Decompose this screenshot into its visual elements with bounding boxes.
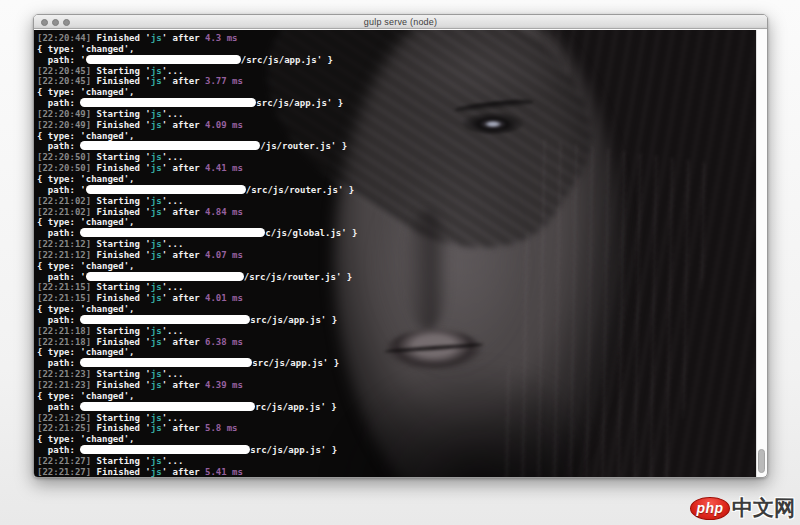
terminal-line: [22:21:12] Starting 'js'...: [37, 239, 756, 250]
terminal-text-segment: ' after: [162, 76, 205, 86]
close-button[interactable]: [41, 19, 48, 26]
terminal-text-segment: Finished ': [91, 337, 151, 347]
terminal-text-segment: path:: [37, 98, 80, 108]
terminal-text-segment: '...: [162, 239, 184, 249]
terminal-line: { type: 'changed',: [37, 304, 756, 315]
terminal-text-segment: { type: 'changed',: [37, 44, 135, 54]
terminal-text-segment: 4.41 ms: [205, 163, 243, 173]
zoom-button[interactable]: [63, 19, 70, 26]
terminal-text-segment: [22:20:50]: [37, 152, 91, 162]
terminal-text-segment: { type: 'changed',: [37, 87, 135, 97]
terminal-text-segment: [22:21:27]: [37, 467, 91, 477]
scrollbar-track[interactable]: [756, 30, 767, 477]
terminal-text-segment: 5.8 ms: [205, 423, 238, 433]
redacted-path-bar: [80, 228, 265, 237]
redacted-path-bar: [80, 445, 250, 454]
terminal-line: path: src/js/app.js' }: [37, 358, 756, 369]
terminal-text-segment: js: [151, 282, 162, 292]
terminal-text-segment: /src/js/app.js' }: [241, 55, 333, 65]
terminal-line: { type: 'changed',: [37, 391, 756, 402]
terminal-line: [22:21:15] Finished 'js' after 4.01 ms: [37, 293, 756, 304]
terminal-text-segment: js: [151, 196, 162, 206]
terminal-line: path: src/js/app.js' }: [37, 98, 756, 109]
window-title: gulp serve (node): [364, 17, 437, 27]
terminal-line: [22:20:49] Starting 'js'...: [37, 109, 756, 120]
terminal-line: { type: 'changed',: [37, 87, 756, 98]
terminal-text-segment: Finished ': [91, 293, 151, 303]
terminal-line: [22:21:27] Starting 'js'...: [37, 456, 756, 467]
terminal-text-segment: js: [151, 456, 162, 466]
minimize-button[interactable]: [52, 19, 59, 26]
terminal-line: [22:21:12] Finished 'js' after 4.07 ms: [37, 250, 756, 261]
terminal-line: [22:21:15] Starting 'js'...: [37, 282, 756, 293]
terminal-text-segment: Finished ': [91, 207, 151, 217]
redacted-path-bar: [80, 315, 250, 324]
terminal-line: [22:21:23] Starting 'js'...: [37, 369, 756, 380]
terminal-text-segment: [22:20:45]: [37, 76, 91, 86]
terminal-text-segment: '...: [162, 109, 184, 119]
terminal-text-segment: js: [151, 76, 162, 86]
terminal-text-segment: src/js/app.js' }: [252, 358, 339, 368]
terminal-text-segment: path:: [37, 445, 80, 455]
scrollbar-thumb[interactable]: [758, 449, 765, 473]
terminal-text-segment: Finished ': [91, 76, 151, 86]
window-titlebar[interactable]: gulp serve (node): [34, 15, 767, 29]
terminal-text-segment: /src/js/router.js' }: [244, 272, 352, 282]
terminal-text-segment: Finished ': [91, 120, 151, 130]
desktop-background: gulp serve (node) [22:20: [0, 0, 800, 525]
terminal-text-segment: ' after: [162, 120, 205, 130]
terminal-text-segment: Starting ': [91, 282, 151, 292]
terminal-text-segment: 4.39 ms: [205, 380, 243, 390]
terminal-text-segment: 3.77 ms: [205, 76, 243, 86]
terminal-line: path: '/src/js/app.js' }: [37, 55, 756, 66]
terminal-text-segment: Finished ': [91, 467, 151, 477]
watermark-label: 中文网: [732, 494, 795, 522]
terminal-text-segment: src/js/app.js' }: [250, 315, 337, 325]
traffic-light-buttons: [41, 15, 70, 29]
terminal-line: { type: 'changed',: [37, 131, 756, 142]
terminal-text-segment: ' after: [162, 293, 205, 303]
redacted-path-bar: [80, 402, 255, 411]
terminal-text-segment: ' after: [162, 33, 205, 43]
terminal-text-segment: { type: 'changed',: [37, 174, 135, 184]
terminal-text-segment: { type: 'changed',: [37, 304, 135, 314]
terminal-text-segment: [22:21:25]: [37, 423, 91, 433]
terminal-screen[interactable]: [22:20:44] Finished 'js' after 4.3 ms{ t…: [34, 30, 767, 477]
terminal-text-segment: c/js/global.js' }: [265, 228, 357, 238]
terminal-line: { type: 'changed',: [37, 44, 756, 55]
terminal-line: [22:21:25] Finished 'js' after 5.8 ms: [37, 423, 756, 434]
terminal-text-segment: ' after: [162, 207, 205, 217]
terminal-line: [22:20:44] Finished 'js' after 4.3 ms: [37, 33, 756, 44]
terminal-text-segment: Starting ': [91, 369, 151, 379]
terminal-line: [22:21:18] Starting 'js'...: [37, 326, 756, 337]
terminal-text-segment: js: [151, 413, 162, 423]
terminal-text-segment: js: [151, 163, 162, 173]
terminal-text-segment: 4.3 ms: [205, 33, 238, 43]
terminal-text-segment: js: [151, 239, 162, 249]
terminal-text-segment: path: ': [37, 185, 86, 195]
terminal-text-segment: path: ': [37, 272, 86, 282]
terminal-text-segment: 4.84 ms: [205, 207, 243, 217]
redacted-path-bar: [86, 272, 244, 281]
terminal-text-segment: [22:20:49]: [37, 120, 91, 130]
terminal-text-segment: Starting ': [91, 239, 151, 249]
terminal-text-segment: js: [151, 293, 162, 303]
terminal-line: [22:21:02] Starting 'js'...: [37, 196, 756, 207]
terminal-text-segment: [22:21:15]: [37, 293, 91, 303]
terminal-text-segment: js: [151, 207, 162, 217]
terminal-text-segment: [22:21:15]: [37, 282, 91, 292]
terminal-text-segment: [22:21:27]: [37, 456, 91, 466]
terminal-text-segment: Starting ': [91, 326, 151, 336]
redacted-path-bar: [80, 141, 260, 150]
terminal-text-segment: rc/js/app.js' }: [255, 402, 336, 412]
terminal-text-segment: 5.41 ms: [205, 467, 243, 477]
terminal-text-segment: Starting ': [91, 413, 151, 423]
terminal-line: [22:21:18] Finished 'js' after 6.38 ms: [37, 337, 756, 348]
terminal-text-segment: '...: [162, 326, 184, 336]
terminal-text-segment: Starting ': [91, 196, 151, 206]
terminal-text-segment: Starting ': [91, 152, 151, 162]
terminal-line: { type: 'changed',: [37, 347, 756, 358]
terminal-window[interactable]: gulp serve (node) [22:20: [33, 14, 768, 478]
terminal-text-segment: [22:21:23]: [37, 369, 91, 379]
terminal-text-segment: [22:21:25]: [37, 413, 91, 423]
